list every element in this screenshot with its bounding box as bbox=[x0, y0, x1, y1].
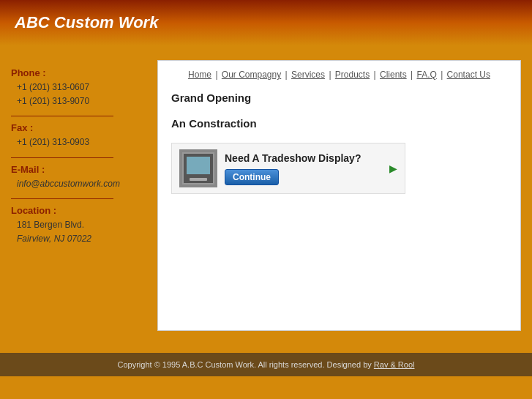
sidebar-phone-label: Phone : bbox=[11, 67, 146, 78]
ad-banner[interactable]: Need A Tradeshow Display? Continue ▶ bbox=[171, 143, 405, 194]
nav-bar: Home | Our Compagny | Services | Product… bbox=[171, 70, 507, 80]
sidebar: Phone : +1 (201) 313-0607+1 (201) 313-90… bbox=[11, 60, 146, 331]
content-area: Home | Our Compagny | Services | Product… bbox=[157, 60, 521, 331]
nav-sep-4: | bbox=[374, 70, 378, 80]
nav-our-company[interactable]: Our Compagny bbox=[222, 70, 281, 80]
nav-sep-5: | bbox=[411, 70, 415, 80]
ad-continue-button[interactable]: Continue bbox=[225, 169, 279, 185]
site-title: ABC Custom Work bbox=[15, 13, 517, 32]
sidebar-phone: Phone : +1 (201) 313-0607+1 (201) 313-90… bbox=[11, 67, 146, 108]
sidebar-fax-label: Fax : bbox=[11, 122, 146, 133]
nav-clients[interactable]: Clients bbox=[380, 70, 407, 80]
ad-headline: Need A Tradeshow Display? bbox=[225, 152, 379, 165]
nav-sep-3: | bbox=[329, 70, 333, 80]
sidebar-fax-value: +1 (201) 313-0903 bbox=[11, 135, 146, 149]
ad-text-block: Need A Tradeshow Display? Continue bbox=[225, 152, 379, 184]
footer-designer-link[interactable]: Rav & Rool bbox=[374, 360, 415, 369]
sidebar-email-label: E-Mail : bbox=[11, 164, 146, 175]
nav-sep-2: | bbox=[285, 70, 290, 80]
nav-home[interactable]: Home bbox=[188, 70, 211, 80]
construction-title: An Constraction bbox=[171, 117, 507, 130]
sidebar-fax: Fax : +1 (201) 313-0903 bbox=[11, 122, 146, 149]
sidebar-divider-1 bbox=[11, 116, 113, 116]
nav-sep-6: | bbox=[441, 70, 445, 80]
sidebar-divider-2 bbox=[11, 157, 113, 158]
main-wrapper: Phone : +1 (201) 313-0607+1 (201) 313-90… bbox=[0, 45, 532, 346]
site-header: ABC Custom Work bbox=[0, 0, 532, 45]
nav-sep-1: | bbox=[215, 70, 220, 80]
sidebar-email-value: info@abccustomwork.com bbox=[11, 177, 146, 191]
footer-text: Copyright © 1995 A.B.C Custom Work. All … bbox=[118, 360, 372, 369]
email-link[interactable]: info@abccustomwork.com bbox=[17, 179, 120, 189]
sidebar-location: Location : 181 Bergen Blvd.Fairview, NJ … bbox=[11, 205, 146, 246]
construction-section: An Constraction bbox=[171, 117, 507, 130]
ad-arrow-icon: ▶ bbox=[389, 163, 397, 174]
sidebar-location-label: Location : bbox=[11, 205, 146, 216]
sidebar-location-value: 181 Bergen Blvd.Fairview, NJ 07022 bbox=[11, 218, 146, 246]
footer: Copyright © 1995 A.B.C Custom Work. All … bbox=[0, 353, 532, 376]
nav-faq[interactable]: FA.Q bbox=[416, 70, 436, 80]
sidebar-phone-value: +1 (201) 313-0607+1 (201) 313-9070 bbox=[11, 81, 146, 108]
nav-services[interactable]: Services bbox=[291, 70, 325, 80]
grand-opening-section: Grand Opening bbox=[171, 92, 507, 104]
grand-opening-title: Grand Opening bbox=[171, 92, 507, 104]
nav-contact[interactable]: Contact Us bbox=[447, 70, 490, 80]
nav-products[interactable]: Products bbox=[335, 70, 370, 80]
ad-icon bbox=[179, 149, 217, 187]
sidebar-email: E-Mail : info@abccustomwork.com bbox=[11, 164, 146, 191]
sidebar-divider-3 bbox=[11, 198, 113, 199]
ad-icon-inner bbox=[182, 152, 214, 184]
